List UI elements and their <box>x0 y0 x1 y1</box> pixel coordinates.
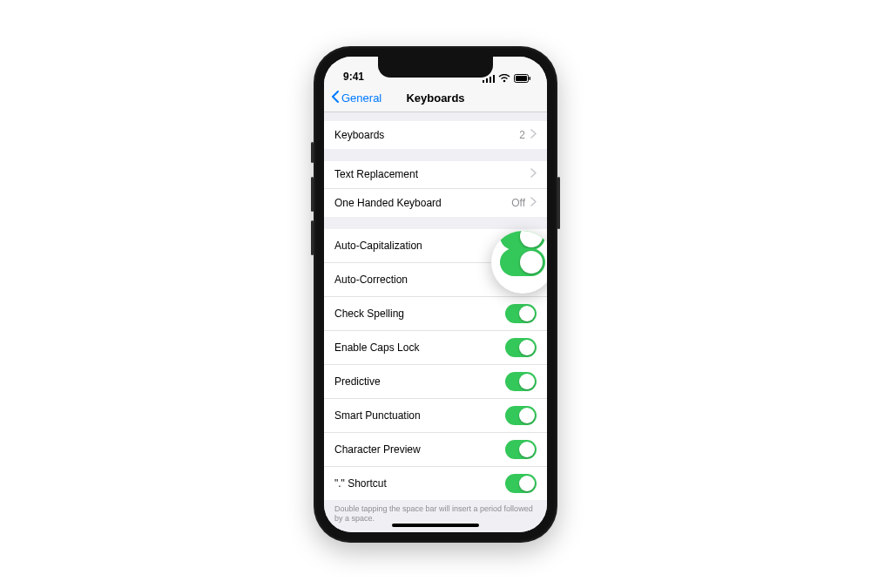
row-character-preview: Character Preview <box>324 433 547 467</box>
row-predictive: Predictive <box>324 365 547 399</box>
battery-icon <box>514 74 531 83</box>
row-smart-punctuation: Smart Punctuation <box>324 399 547 433</box>
row-label: One Handed Keyboard <box>334 197 442 209</box>
row-period-shortcut: "." Shortcut <box>324 467 547 500</box>
svg-rect-6 <box>516 76 527 81</box>
row-label: "." Shortcut <box>334 477 387 490</box>
back-label: General <box>341 91 381 105</box>
toggle-predictive[interactable] <box>505 372 537 391</box>
group-keyboards: Keyboards 2 <box>324 121 547 149</box>
chevron-right-icon <box>530 197 537 209</box>
row-label: Check Spelling <box>334 308 404 320</box>
volume-down-button <box>311 220 314 255</box>
toggle-period-shortcut[interactable] <box>505 474 537 493</box>
svg-rect-7 <box>530 77 531 80</box>
back-button[interactable]: General <box>331 91 381 105</box>
chevron-right-icon <box>530 168 537 180</box>
toggle-smart-punctuation[interactable] <box>505 406 537 425</box>
navigation-bar: General Keyboards <box>324 84 547 112</box>
svg-point-4 <box>503 79 506 82</box>
svg-rect-0 <box>483 80 484 83</box>
svg-rect-2 <box>490 77 491 83</box>
row-label: Auto-Correction <box>334 274 408 286</box>
page-title: Keyboards <box>406 91 464 105</box>
row-value <box>530 168 537 180</box>
row-label: Auto-Capitalization <box>334 240 422 252</box>
mute-switch <box>311 142 314 163</box>
screen: 9:41 General Keyboards <box>324 57 547 532</box>
row-keyboards[interactable]: Keyboards 2 <box>324 121 547 149</box>
chevron-left-icon <box>331 91 340 105</box>
magnified-toggle <box>500 248 545 276</box>
phone-frame: 9:41 General Keyboards <box>314 46 557 543</box>
svg-rect-1 <box>486 78 488 83</box>
toggle-check-spelling[interactable] <box>505 304 537 323</box>
toggle-enable-caps-lock[interactable] <box>505 338 537 357</box>
group-text: Text Replacement One Handed Keyboard Off <box>324 161 547 217</box>
settings-list[interactable]: Keyboards 2 Text Replacement One Handed … <box>324 112 547 532</box>
status-icons <box>483 74 531 83</box>
row-label: Keyboards <box>334 129 384 141</box>
row-enable-caps-lock: Enable Caps Lock <box>324 331 547 365</box>
row-one-handed-keyboard[interactable]: One Handed Keyboard Off <box>324 189 547 217</box>
svg-rect-3 <box>493 75 495 83</box>
row-label: Predictive <box>334 375 381 388</box>
row-check-spelling: Check Spelling <box>324 297 547 331</box>
power-button <box>557 177 560 229</box>
row-label: Text Replacement <box>334 168 418 180</box>
row-value: Off <box>511 197 537 209</box>
wifi-icon <box>498 74 510 83</box>
row-text-replacement[interactable]: Text Replacement <box>324 161 547 189</box>
status-time: 9:41 <box>343 71 364 83</box>
home-indicator[interactable] <box>392 524 479 527</box>
volume-up-button <box>311 177 314 212</box>
toggle-character-preview[interactable] <box>505 440 537 459</box>
chevron-right-icon <box>530 129 537 141</box>
row-label: Enable Caps Lock <box>334 341 419 354</box>
magnifier-callout <box>491 231 547 294</box>
notch <box>378 57 493 78</box>
row-label: Character Preview <box>334 443 421 456</box>
row-label: Smart Punctuation <box>334 409 421 422</box>
row-value: 2 <box>519 129 537 141</box>
